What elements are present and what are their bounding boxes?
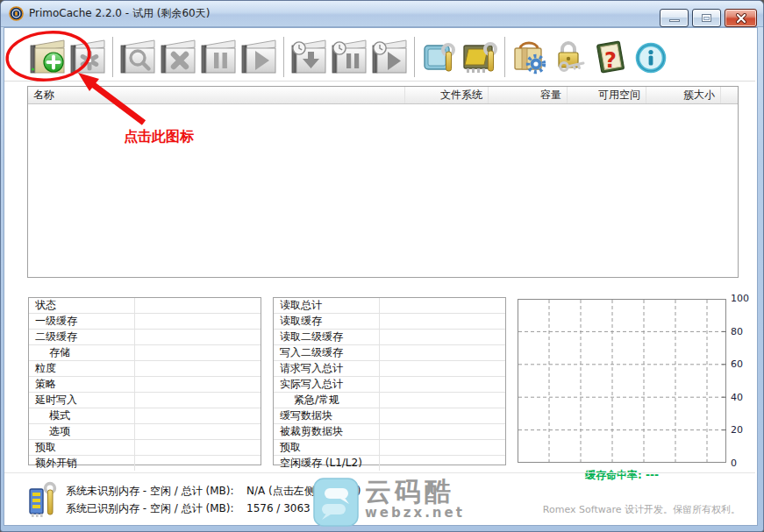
footer-credit: Romex Software 设计开发。保留所有权利。 — [543, 503, 740, 516]
toolbar-separator — [504, 37, 505, 77]
watermark-logo-icon — [313, 478, 359, 527]
statistics-row: 实际写入总计 — [274, 377, 505, 393]
chart-y-axis-labels: 100806040200 — [731, 293, 749, 469]
pause-cache-button[interactable] — [198, 35, 239, 79]
close-icon — [736, 13, 746, 24]
add-cache-button[interactable] — [27, 35, 68, 79]
toolbar-divider — [4, 81, 755, 82]
cache-options-button[interactable] — [68, 35, 108, 79]
flush-deferred-write-button[interactable] — [289, 35, 329, 79]
statistics-label: 预取 — [274, 440, 380, 455]
statistics-row: 被裁剪数据块 — [274, 424, 505, 440]
resume-deferred-write-button[interactable] — [369, 35, 410, 79]
about-icon — [632, 38, 669, 76]
add-cache-icon — [29, 38, 66, 76]
close-button[interactable] — [725, 9, 757, 27]
statistics-row: 缓写数据块 — [274, 408, 505, 424]
memory-settings-icon — [461, 38, 498, 76]
cache-info-row: 模式 — [29, 408, 261, 424]
status-value: 1576 / 3063 — [245, 502, 311, 514]
y-tick-label: 100 — [731, 293, 749, 304]
toolbar-separator — [283, 37, 284, 77]
column-header-filesystem[interactable]: 文件系统 — [405, 87, 489, 103]
y-tick-label: 60 — [731, 358, 749, 370]
statistics-value — [380, 408, 505, 423]
cache-info-row: 选项 — [29, 424, 261, 440]
statistics-value — [380, 393, 505, 408]
statistics-value — [380, 424, 505, 439]
status-label: 系统已识别内存 - 空闲 / 总计 (MB): — [66, 501, 245, 516]
suspend-deferred-write-button[interactable] — [329, 35, 369, 79]
cache-info-value — [135, 408, 261, 423]
volume-list-header: 名称 文件系统 容量 可用空间 簇大小 — [28, 87, 738, 104]
program-settings-button[interactable] — [510, 35, 550, 79]
statistics-value — [380, 440, 505, 455]
column-header-capacity[interactable]: 容量 — [489, 87, 568, 103]
help-icon: ? — [592, 38, 629, 76]
resume-cache-button[interactable] — [239, 35, 279, 79]
cache-info-value — [135, 440, 261, 455]
statistics-row: 空闲缓存 (L1/L2) — [274, 456, 505, 471]
column-header-free-space[interactable]: 可用空间 — [568, 87, 646, 103]
license-button[interactable] — [550, 35, 590, 79]
cache-info-label: 状态 — [29, 298, 135, 313]
cache-info-value — [135, 330, 261, 344]
help-button[interactable]: ? — [590, 35, 631, 79]
maximize-icon — [702, 14, 711, 22]
resume-deferred-write-icon — [371, 38, 408, 76]
cache-info-label: 选项 — [29, 424, 135, 439]
y-tick-label: 20 — [731, 424, 749, 436]
license-icon — [552, 38, 589, 76]
cache-info-value — [135, 361, 261, 376]
cache-info-row: 存储 — [29, 345, 261, 361]
cache-info-row: 额外开销 — [29, 456, 261, 471]
statistics-label: 读取缓存 — [274, 314, 380, 329]
cache-info-row: 策略 — [29, 377, 261, 393]
statistics-label: 实际写入总计 — [274, 377, 380, 392]
chart-legend: 缓存命中率: --- — [518, 468, 726, 483]
cache-info-label: 模式 — [29, 408, 135, 423]
cache-info-label: 二级缓存 — [29, 330, 135, 344]
delete-cache-button[interactable] — [158, 35, 198, 79]
statistics-row: 读取缓存 — [274, 314, 505, 330]
minimize-icon — [669, 19, 680, 22]
memory-settings-button[interactable] — [460, 35, 500, 79]
statistics-value — [380, 345, 505, 360]
statistics-label: 缓写数据块 — [274, 408, 380, 423]
cache-info-row: 粒度 — [29, 361, 261, 377]
title-bar[interactable]: PrimoCache 2.2.0 - 试用 (剩余60天) — [1, 1, 763, 27]
primocache-window: PrimoCache 2.2.0 - 试用 (剩余60天) — [0, 0, 764, 532]
watermark-title: 云码酷 — [365, 478, 465, 506]
column-header-name[interactable]: 名称 — [28, 87, 405, 103]
volume-list[interactable]: 名称 文件系统 容量 可用空间 簇大小 — [27, 86, 739, 278]
cache-info-label: 策略 — [29, 377, 135, 392]
maximize-button[interactable] — [692, 9, 721, 27]
disk-settings-button[interactable] — [419, 35, 460, 79]
statistics-value — [380, 456, 505, 471]
y-tick-label: 80 — [731, 326, 749, 337]
statistics-label: 空闲缓存 (L1/L2) — [274, 456, 380, 471]
statistics-panel: 读取总计 读取缓存 读取二级缓存 写入二级缓存 请求写入总计 — [273, 297, 506, 465]
toolbar-separator — [414, 37, 415, 77]
statistics-row: 预取 — [274, 440, 505, 456]
cache-info-label: 预取 — [29, 440, 135, 455]
annotation-text: 点击此图标 — [124, 128, 194, 146]
view-statistics-button[interactable] — [118, 35, 158, 79]
minimize-button[interactable] — [660, 9, 689, 27]
statistics-row: 读取总计 — [274, 298, 505, 314]
statistics-value — [380, 330, 505, 344]
statistics-value — [380, 298, 505, 313]
disk-settings-icon — [421, 38, 458, 76]
about-button[interactable] — [631, 35, 671, 79]
app-icon — [9, 6, 24, 21]
cache-info-value — [135, 377, 261, 392]
cache-info-value — [135, 345, 261, 360]
flush-deferred-write-icon — [290, 38, 327, 76]
statistics-row: 请求写入总计 — [274, 361, 505, 377]
statusbar-divider — [4, 472, 755, 473]
delete-cache-icon — [160, 38, 196, 76]
column-header-cluster-size[interactable]: 簇大小 — [646, 87, 721, 103]
cache-info-label: 延时写入 — [29, 393, 135, 408]
memory-control-icon[interactable] — [29, 481, 57, 518]
cache-info-row: 一级缓存 — [29, 314, 261, 330]
